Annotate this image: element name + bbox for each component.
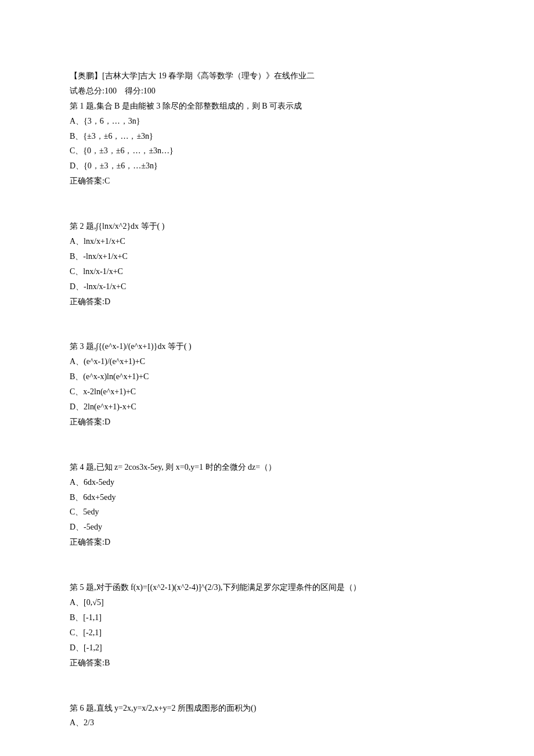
question-option: B、[-1,1] — [70, 610, 464, 625]
question-5: 第 5 题,对于函数 f(x)=[(x^2-1)(x^2-4)]^(2/3),下… — [70, 580, 464, 670]
question-3: 第 3 题,∫{(e^x-1)/(e^x+1)}dx 等于( ) A、(e^x-… — [70, 339, 464, 429]
question-option: C、5edy — [70, 505, 464, 520]
question-option: B、{±3，±6，…，±3n} — [70, 129, 464, 144]
question-answer: 正确答案:D — [70, 535, 464, 550]
question-answer: 正确答案:B — [70, 656, 464, 671]
question-option: A、6dx-5edy — [70, 475, 464, 490]
question-option: A、{3，6，…，3n} — [70, 114, 464, 129]
question-answer: 正确答案:D — [70, 294, 464, 309]
question-option: C、lnx/x-1/x+C — [70, 264, 464, 279]
question-2: 第 2 题,∫{lnx/x^2}dx 等于( ) A、lnx/x+1/x+C B… — [70, 219, 464, 309]
question-answer: 正确答案:C — [70, 174, 464, 189]
question-answer: 正确答案:D — [70, 415, 464, 430]
question-option: A、lnx/x+1/x+C — [70, 234, 464, 249]
question-option: A、2/3 — [70, 715, 464, 730]
question-4: 第 4 题,已知 z= 2cos3x-5ey, 则 x=0,y=1 时的全微分 … — [70, 460, 464, 550]
question-prompt: 第 5 题,对于函数 f(x)=[(x^2-1)(x^2-4)]^(2/3),下… — [70, 580, 464, 595]
question-option: D、2ln(e^x+1)-x+C — [70, 399, 464, 415]
question-option: D、-5edy — [70, 520, 464, 535]
question-prompt: 第 1 题,集合 B 是由能被 3 除尽的全部整数组成的，则 B 可表示成 — [70, 99, 464, 114]
question-option: C、[-2,1] — [70, 625, 464, 640]
question-prompt: 第 2 题,∫{lnx/x^2}dx 等于( ) — [70, 219, 464, 234]
question-option: C、x-2ln(e^x+1)+C — [70, 384, 464, 399]
question-option: A、(e^x-1)/(e^x+1)+C — [70, 354, 464, 369]
question-option: C、{0，±3，±6，…，±3n…} — [70, 143, 464, 159]
question-1: 第 1 题,集合 B 是由能被 3 除尽的全部整数组成的，则 B 可表示成 A、… — [70, 99, 464, 189]
question-option: B、6dx+5edy — [70, 490, 464, 505]
question-option: B、(e^x-x)ln(e^x+1)+C — [70, 369, 464, 384]
question-option: D、-lnx/x-1/x+C — [70, 279, 464, 294]
question-prompt: 第 3 题,∫{(e^x-1)/(e^x+1)}dx 等于( ) — [70, 339, 464, 354]
question-option: D、[-1,2] — [70, 640, 464, 656]
question-option: D、{0，±3，±6，…±3n} — [70, 159, 464, 174]
question-prompt: 第 6 题,直线 y=2x,y=x/2,x+y=2 所围成图形的面积为() — [70, 701, 464, 716]
question-option: B、-lnx/x+1/x+C — [70, 249, 464, 264]
score-line: 试卷总分:100 得分:100 — [70, 84, 464, 99]
document-title: 【奥鹏】[吉林大学]吉大 19 春学期《高等数学（理专）》在线作业二 — [70, 69, 464, 84]
question-option: A、[0,√5] — [70, 595, 464, 610]
question-6: 第 6 题,直线 y=2x,y=x/2,x+y=2 所围成图形的面积为() A、… — [70, 701, 464, 731]
document-header: 【奥鹏】[吉林大学]吉大 19 春学期《高等数学（理专）》在线作业二 试卷总分:… — [70, 69, 464, 99]
question-prompt: 第 4 题,已知 z= 2cos3x-5ey, 则 x=0,y=1 时的全微分 … — [70, 460, 464, 475]
